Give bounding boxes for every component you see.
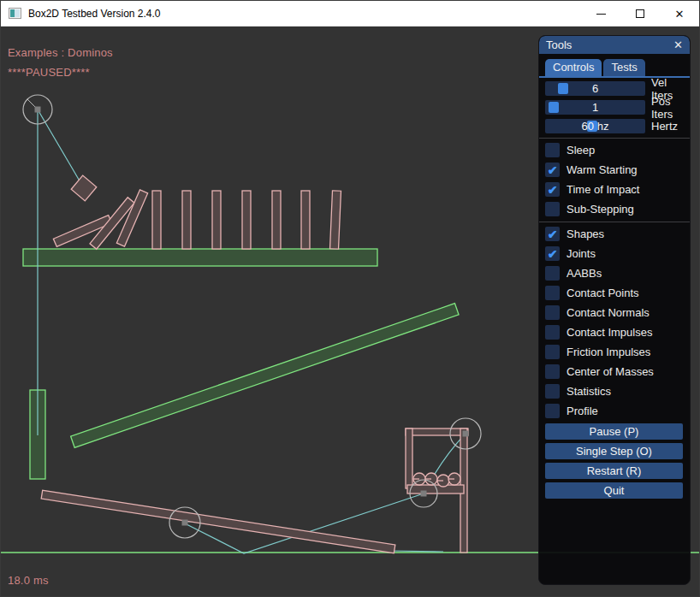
checkbox-label-friction-impulses: Friction Impulses <box>567 346 650 358</box>
separator <box>539 138 691 139</box>
domino-5[interactable] <box>272 191 281 249</box>
checkbox-statistics[interactable]: ✔ <box>545 384 560 399</box>
checkbox-group-draw: ✔Shapes✔Joints✔AABBs✔Contact Points✔Cont… <box>545 227 685 418</box>
checkbox-time-of-impact[interactable]: ✔ <box>545 182 560 197</box>
seesaw-plank[interactable] <box>41 490 395 553</box>
checkbox-row-sub-stepping: ✔Sub-Stepping <box>545 202 685 216</box>
minimize-icon <box>596 14 606 15</box>
client-area: Examples : Dominos ****PAUSED**** 18.0 m… <box>1 27 700 597</box>
checkbox-shapes[interactable]: ✔ <box>545 227 560 241</box>
check-icon: ✔ <box>548 164 558 176</box>
slider-row-pos-iters: 1Pos Iters <box>545 100 685 115</box>
joint-ground-segment <box>390 551 443 552</box>
domino-6[interactable] <box>301 191 310 249</box>
example-label: Examples : Dominos <box>8 46 113 59</box>
checkbox-contact-impulses[interactable]: ✔ <box>545 325 560 340</box>
checkbox-label-shapes: Shapes <box>567 228 604 240</box>
checkbox-label-contact-points: Contact Points <box>567 287 639 299</box>
checkbox-row-time-of-impact: ✔Time of Impact <box>545 182 685 197</box>
checkbox-label-time-of-impact: Time of Impact <box>567 183 639 196</box>
pause-p-button[interactable]: Pause (P) <box>545 423 683 440</box>
domino-7[interactable] <box>330 191 341 249</box>
checkbox-row-friction-impulses: ✔Friction Impulses <box>545 345 685 359</box>
slider-pos-iters[interactable]: 1 <box>545 100 645 115</box>
window-title: Box2D Testbed Version 2.4.0 <box>28 8 161 20</box>
checkbox-row-profile: ✔Profile <box>545 404 685 418</box>
checkbox-label-aabbs: AABBs <box>567 267 602 280</box>
maximize-button[interactable] <box>620 1 660 27</box>
checkbox-label-center-of-masses: Center of Masses <box>567 365 654 378</box>
close-button[interactable]: ✕ <box>660 1 699 27</box>
panel-close-icon[interactable]: ✕ <box>673 39 683 50</box>
button-group: Pause (P)Single Step (O)Restart (R)Quit <box>545 423 685 499</box>
tools-panel-title: Tools <box>546 38 673 51</box>
checkbox-sleep[interactable]: ✔ <box>545 143 560 157</box>
slider-label-pos-iters: Pos Iters <box>651 95 685 121</box>
slider-value-vel-iters: 6 <box>545 82 645 95</box>
check-icon: ✔ <box>548 248 558 260</box>
checkbox-row-joints: ✔Joints <box>545 246 685 261</box>
checkbox-joints[interactable]: ✔ <box>545 246 560 261</box>
os-titlebar: Box2D Testbed Version 2.4.0 ✕ <box>1 1 699 27</box>
cradle-left-post[interactable] <box>406 429 412 488</box>
checkbox-contact-points[interactable]: ✔ <box>545 286 560 300</box>
pendulum-bob[interactable] <box>71 175 97 201</box>
tab-controls[interactable]: Controls <box>545 59 602 76</box>
checkbox-row-warm-starting: ✔Warm Starting <box>545 163 685 177</box>
separator <box>539 222 691 222</box>
checkbox-contact-normals[interactable]: ✔ <box>545 305 560 320</box>
checkbox-label-joints: Joints <box>567 247 596 260</box>
tools-panel-titlebar[interactable]: Tools ✕ <box>539 36 690 54</box>
slider-value-hertz: 60 hz <box>545 120 645 133</box>
checkbox-label-contact-normals: Contact Normals <box>567 306 650 319</box>
checkbox-sub-stepping[interactable]: ✔ <box>545 202 560 216</box>
checkbox-label-profile: Profile <box>567 405 598 417</box>
checkbox-row-contact-points: ✔Contact Points <box>545 286 685 300</box>
checkbox-label-statistics: Statistics <box>567 385 611 398</box>
tools-panel-content: ControlsTests 6Vel Iters1Pos Iters60 hzH… <box>539 54 690 499</box>
slider-label-hertz: Hertz <box>651 120 678 133</box>
check-icon: ✔ <box>548 228 558 240</box>
checkbox-label-contact-impulses: Contact Impulses <box>567 326 652 339</box>
tools-panel: Tools ✕ ControlsTests 6Vel Iters1Pos Ite… <box>538 35 691 585</box>
domino-1[interactable] <box>152 191 161 249</box>
checkbox-aabbs[interactable]: ✔ <box>545 266 560 281</box>
checkbox-warm-starting[interactable]: ✔ <box>545 163 560 177</box>
checkbox-profile[interactable]: ✔ <box>545 404 560 418</box>
restart-r-button[interactable]: Restart (R) <box>545 463 683 479</box>
paused-label: ****PAUSED**** <box>8 66 90 79</box>
check-icon: ✔ <box>548 184 558 196</box>
checkbox-row-contact-normals: ✔Contact Normals <box>545 305 685 320</box>
joint-pendulum-line <box>38 109 84 188</box>
app-icon <box>9 8 21 19</box>
checkbox-row-sleep: ✔Sleep <box>545 143 685 157</box>
quit-button[interactable]: Quit <box>545 482 683 499</box>
close-icon: ✕ <box>675 8 685 21</box>
app-window: Box2D Testbed Version 2.4.0 ✕ <box>0 0 700 597</box>
tab-tests[interactable]: Tests <box>603 59 644 76</box>
minimize-button[interactable] <box>581 1 620 27</box>
domino-4[interactable] <box>242 191 251 249</box>
window-controls: ✕ <box>581 1 699 27</box>
single-step-o-button[interactable]: Single Step (O) <box>545 443 683 459</box>
checkbox-label-sleep: Sleep <box>567 144 595 157</box>
slider-hertz[interactable]: 60 hz <box>545 119 645 133</box>
checkbox-row-statistics: ✔Statistics <box>545 384 685 399</box>
cradle-top-bar[interactable] <box>406 429 468 435</box>
shelf-top <box>23 249 377 266</box>
domino-3[interactable] <box>212 191 221 249</box>
frame-time-label: 18.0 ms <box>8 574 49 587</box>
anchor-square-2 <box>182 520 188 526</box>
checkbox-label-sub-stepping: Sub-Stepping <box>567 203 634 216</box>
slider-value-pos-iters: 1 <box>545 101 645 114</box>
checkbox-center-of-masses[interactable]: ✔ <box>545 364 560 379</box>
domino-2[interactable] <box>182 191 191 249</box>
anchor-square-4 <box>421 491 427 497</box>
anchor-square-3 <box>463 431 469 437</box>
slider-row-vel-iters: 6Vel Iters <box>545 81 685 96</box>
checkbox-friction-impulses[interactable]: ✔ <box>545 345 560 359</box>
checkbox-label-warm-starting: Warm Starting <box>567 163 638 176</box>
slider-vel-iters[interactable]: 6 <box>545 81 645 96</box>
slider-row-hertz: 60 hzHertz <box>545 119 685 133</box>
checkbox-row-contact-impulses: ✔Contact Impulses <box>545 325 685 340</box>
